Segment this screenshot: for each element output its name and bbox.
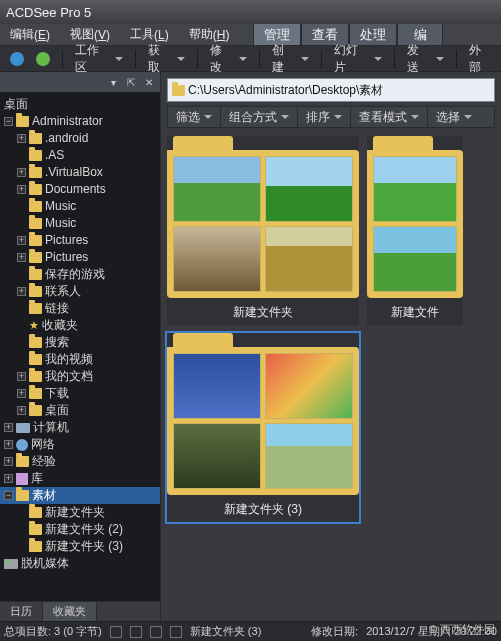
- titlebar: ACDSee Pro 5: [0, 0, 501, 24]
- tree-library[interactable]: +库: [0, 470, 160, 487]
- collapse-icon[interactable]: −: [4, 117, 13, 126]
- app-title: ACDSee Pro 5: [6, 5, 91, 20]
- sort-menu[interactable]: 排序: [298, 106, 351, 129]
- tree-folder[interactable]: 搜索: [0, 334, 160, 351]
- folder-label: 新建文件: [367, 298, 463, 325]
- folder-tree[interactable]: 桌面 −Administrator +.android .AS +.Virtua…: [0, 92, 160, 601]
- tree-folder[interactable]: +我的文档: [0, 368, 160, 385]
- thumbnail-area[interactable]: 新建文件夹 新建文件 新建文件夹 (3): [161, 128, 501, 621]
- tree-folder[interactable]: +联系人: [0, 283, 160, 300]
- tree-newfolder[interactable]: 新建文件夹 (3): [0, 538, 160, 555]
- tree-folder[interactable]: Music: [0, 215, 160, 232]
- separator: [456, 50, 457, 68]
- expand-icon[interactable]: +: [17, 287, 26, 296]
- folder-tab-icon: [173, 136, 233, 150]
- tree-folder[interactable]: 链接: [0, 300, 160, 317]
- folder-icon: [29, 201, 42, 212]
- tree-folder[interactable]: ★收藏夹: [0, 317, 160, 334]
- status-refresh-icon[interactable]: [110, 626, 122, 638]
- thumbnail-image: [265, 353, 353, 419]
- expand-icon[interactable]: +: [17, 168, 26, 177]
- nav-forward-button[interactable]: [30, 50, 56, 68]
- folder-label: 新建文件夹 (3): [167, 495, 359, 522]
- expand-icon[interactable]: +: [17, 406, 26, 415]
- sidebar-header: ▾ ⇱ ✕: [0, 72, 160, 92]
- expand-icon[interactable]: +: [17, 185, 26, 194]
- folder-icon: [29, 507, 42, 518]
- filter-toolbar: 筛选 组合方式 排序 查看模式 选择: [167, 106, 495, 128]
- menu-edit[interactable]: 编辑(E): [0, 24, 60, 45]
- filter-menu[interactable]: 筛选: [168, 106, 221, 129]
- tree-newfolder[interactable]: 新建文件夹 (2): [0, 521, 160, 538]
- main-split: ▾ ⇱ ✕ 桌面 −Administrator +.android .AS +.…: [0, 72, 501, 621]
- tree-folder[interactable]: +.android: [0, 130, 160, 147]
- tree-folder[interactable]: Music: [0, 198, 160, 215]
- nav-back-button[interactable]: [4, 50, 30, 68]
- thumbnail-image: [173, 226, 261, 292]
- thumbnail-image: [173, 353, 261, 419]
- separator: [259, 50, 260, 68]
- viewmode-menu[interactable]: 查看模式: [351, 106, 428, 129]
- expand-icon[interactable]: +: [17, 253, 26, 262]
- folder-icon: [29, 388, 42, 399]
- expand-icon[interactable]: +: [4, 440, 13, 449]
- sidebar: ▾ ⇱ ✕ 桌面 −Administrator +.android .AS +.…: [0, 72, 161, 621]
- tree-folder[interactable]: +下载: [0, 385, 160, 402]
- expand-icon[interactable]: +: [17, 134, 26, 143]
- expand-icon[interactable]: +: [17, 389, 26, 398]
- status-crop-icon[interactable]: [170, 626, 182, 638]
- tree-folder[interactable]: +Documents: [0, 181, 160, 198]
- tree-computer[interactable]: +计算机: [0, 419, 160, 436]
- thumbnail-image: [265, 226, 353, 292]
- library-icon: [16, 473, 28, 485]
- folder-icon: [29, 541, 42, 552]
- tree-folder[interactable]: +桌面: [0, 402, 160, 419]
- folder-item[interactable]: 新建文件夹: [167, 136, 359, 325]
- expand-icon[interactable]: +: [4, 423, 13, 432]
- folder-icon: [29, 235, 42, 246]
- expand-icon[interactable]: +: [17, 372, 26, 381]
- folder-item-selected[interactable]: 新建文件夹 (3): [167, 333, 359, 522]
- separator: [62, 50, 63, 68]
- group-menu[interactable]: 组合方式: [221, 106, 298, 129]
- panel-close-icon[interactable]: ✕: [142, 75, 156, 89]
- expand-icon[interactable]: +: [17, 236, 26, 245]
- status-copy-icon[interactable]: [150, 626, 162, 638]
- folder-icon: [16, 490, 29, 501]
- tree-network[interactable]: +网络: [0, 436, 160, 453]
- folder-icon: [29, 371, 42, 382]
- folder-icon: [16, 456, 29, 467]
- tree-newfolder[interactable]: 新建文件夹: [0, 504, 160, 521]
- back-icon: [10, 52, 24, 66]
- tree-user[interactable]: −Administrator: [0, 113, 160, 130]
- tree-folder[interactable]: 我的视频: [0, 351, 160, 368]
- sidebar-tab-favorites[interactable]: 收藏夹: [43, 602, 97, 621]
- tree-material[interactable]: −素材: [0, 487, 160, 504]
- tree-desktop-root[interactable]: 桌面: [0, 96, 160, 113]
- tree-folder[interactable]: +Pictures: [0, 232, 160, 249]
- computer-icon: [16, 423, 30, 433]
- status-close-icon[interactable]: [130, 626, 142, 638]
- tree-folder[interactable]: 保存的游戏: [0, 266, 160, 283]
- folder-item[interactable]: 新建文件: [367, 136, 463, 325]
- sidebar-tabstrip: 日历 收藏夹: [0, 601, 160, 621]
- tree-experience[interactable]: +经验: [0, 453, 160, 470]
- tree-offline-media[interactable]: 脱机媒体: [0, 555, 160, 572]
- select-menu[interactable]: 选择: [428, 106, 480, 129]
- expand-icon[interactable]: +: [4, 457, 13, 466]
- tree-folder[interactable]: +.VirtualBox: [0, 164, 160, 181]
- tree-folder[interactable]: .AS: [0, 147, 160, 164]
- folder-icon: [29, 167, 42, 178]
- expand-icon[interactable]: +: [4, 474, 13, 483]
- sidebar-tab-calendar[interactable]: 日历: [0, 602, 43, 621]
- folder-icon: [29, 286, 42, 297]
- tree-folder[interactable]: +Pictures: [0, 249, 160, 266]
- panel-menu-icon[interactable]: ▾: [106, 75, 120, 89]
- folder-preview: [167, 150, 359, 298]
- folder-tab-icon: [373, 136, 433, 150]
- favorites-icon: ★: [29, 317, 39, 334]
- collapse-icon[interactable]: −: [4, 491, 13, 500]
- folder-icon: [29, 337, 42, 348]
- path-bar[interactable]: C:\Users\Administrator\Desktop\素材: [167, 78, 495, 102]
- panel-pin-icon[interactable]: ⇱: [124, 75, 138, 89]
